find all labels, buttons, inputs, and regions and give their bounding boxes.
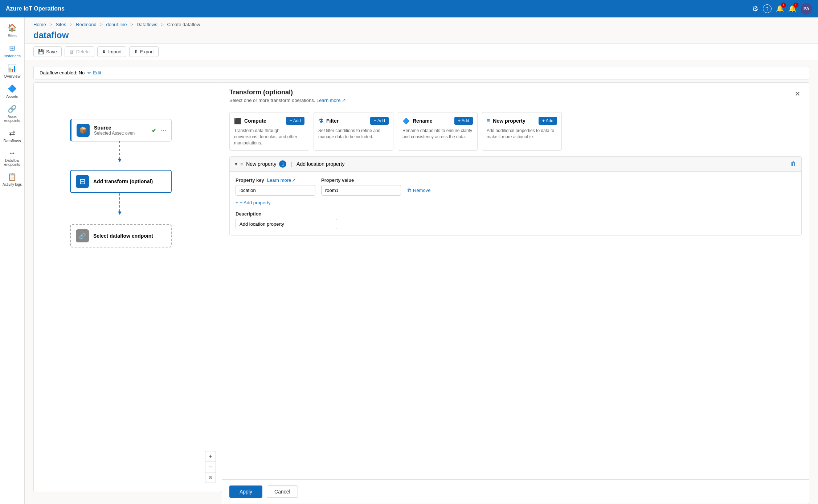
- property-key-label: Property key: [236, 177, 264, 183]
- rename-title: Rename: [413, 118, 432, 124]
- source-node-icon: 📦: [77, 124, 90, 137]
- source-node-sub: Selected Asset: oven: [94, 131, 147, 136]
- compute-title: Compute: [244, 118, 266, 124]
- breadcrumb-dataflows[interactable]: Dataflows: [136, 22, 157, 27]
- sidebar-item-dataflows[interactable]: ⇄ Dataflows: [0, 126, 24, 146]
- zoom-out-button[interactable]: −: [205, 462, 216, 472]
- assets-icon: 🔷: [8, 84, 17, 93]
- property-value-label: Property value: [321, 177, 401, 183]
- edit-label: Edit: [93, 70, 101, 75]
- export-label: Export: [140, 49, 154, 54]
- property-learn-more[interactable]: Learn more ↗: [267, 177, 296, 183]
- breadcrumb-donut-line[interactable]: donut-line: [106, 22, 127, 27]
- breadcrumb-current: Create dataflow: [167, 22, 200, 27]
- sidebar-item-asset-endpoints[interactable]: 🔗 Asset endpoints: [0, 102, 24, 126]
- property-value-input[interactable]: [321, 185, 401, 196]
- breadcrumb-home[interactable]: Home: [33, 22, 46, 27]
- sidebar-item-label: Overview: [4, 74, 21, 78]
- breadcrumb: Home > Sites > Redmond > donut-line > Da…: [25, 17, 818, 29]
- rename-add-button[interactable]: + Add: [454, 117, 473, 125]
- endpoint-node-title: Select dataflow endpoint: [93, 233, 166, 239]
- export-button[interactable]: ⬆ Export: [129, 46, 159, 57]
- endpoint-node-info: Select dataflow endpoint: [93, 233, 166, 239]
- sidebar-item-activity-logs[interactable]: 📋 Activity logs: [0, 169, 24, 189]
- new-property-section-title: New property: [246, 161, 276, 167]
- new-property-body: Property key Learn more ↗: [230, 172, 801, 235]
- sidebar-item-label: Dataflow endpoints: [1, 159, 23, 167]
- sidebar-item-instances[interactable]: ⊞ Instances: [0, 41, 24, 61]
- sidebar-item-assets[interactable]: 🔷 Assets: [0, 81, 24, 102]
- new-property-card-title: New property: [493, 118, 525, 124]
- cancel-button[interactable]: Cancel: [267, 485, 298, 498]
- notifications-icon[interactable]: 🔔 1: [776, 5, 784, 13]
- new-property-section-header: ▾ ≡ New property 1 | Add location proper…: [230, 157, 801, 172]
- property-key-input[interactable]: [236, 185, 315, 196]
- arrow-1: ▼: [117, 157, 123, 164]
- new-property-icon: ≡: [487, 118, 490, 124]
- compute-add-button[interactable]: + Add: [286, 117, 304, 125]
- section-delete-button[interactable]: 🗑: [790, 161, 796, 167]
- delete-button[interactable]: 🗑 Delete: [65, 46, 95, 57]
- learn-more-text: Learn more: [267, 177, 291, 183]
- sidebar-item-overview[interactable]: 📊 Overview: [0, 61, 24, 81]
- settings-icon[interactable]: ⚙: [752, 4, 758, 13]
- alerts-icon[interactable]: 🔔 1: [788, 5, 796, 13]
- endpoint-node[interactable]: 🔗 Select dataflow endpoint: [70, 224, 172, 247]
- source-node-menu[interactable]: ···: [161, 127, 166, 134]
- add-property-plus: +: [236, 200, 238, 205]
- edit-link[interactable]: ✏ Edit: [87, 70, 101, 75]
- dataflow-info-bar: Dataflow enabled: No ✏ Edit: [33, 66, 809, 79]
- panel-title: Transform (optional): [229, 89, 346, 96]
- learn-more-icon: ↗: [292, 177, 296, 183]
- new-property-header-left: ▾ ≡ New property 1 | Add location proper…: [235, 160, 344, 168]
- notification-badge: 1: [781, 3, 786, 8]
- sidebar-item-label: Dataflows: [3, 139, 21, 143]
- rename-icon: 🔷: [402, 118, 410, 124]
- source-node[interactable]: 📦 Source Selected Asset: oven ✔ ···: [70, 119, 172, 142]
- new-property-desc: Add additional properties to data to mak…: [487, 128, 557, 140]
- filter-icon: ⚗: [318, 118, 323, 124]
- export-icon: ⬆: [134, 49, 138, 54]
- transform-node-info: Add transform (optional): [93, 179, 166, 184]
- apply-button[interactable]: Apply: [229, 485, 262, 498]
- dataflows-icon: ⇄: [9, 128, 15, 137]
- breadcrumb-redmond[interactable]: Redmond: [76, 22, 96, 27]
- save-button[interactable]: 💾 Save: [33, 46, 62, 57]
- overview-icon: 📊: [8, 64, 17, 73]
- filter-card: ⚗ Filter + Add Set filter conditions to …: [314, 112, 393, 151]
- property-key-field: Property key Learn more ↗: [236, 177, 315, 196]
- alert-badge: 1: [793, 3, 798, 8]
- sidebar-item-label: Sites: [8, 33, 16, 38]
- compute-card: ⬛ Compute + Add Transform data through c…: [229, 112, 309, 151]
- add-property-link[interactable]: + + Add property: [236, 200, 795, 205]
- user-avatar[interactable]: PA: [801, 3, 812, 15]
- filter-add-button[interactable]: + Add: [370, 117, 389, 125]
- sidebar-item-sites[interactable]: 🏠 Sites: [0, 20, 24, 41]
- panel-learn-more[interactable]: Learn more ↗: [316, 98, 346, 103]
- import-button[interactable]: ⬇ Import: [97, 46, 126, 57]
- description-input[interactable]: [236, 219, 337, 229]
- activity-logs-icon: 📋: [8, 172, 17, 181]
- transform-node[interactable]: ⊟ Add transform (optional): [70, 170, 172, 193]
- sidebar-item-dataflow-endpoints[interactable]: ↔ Dataflow endpoints: [0, 146, 24, 169]
- compute-icon: ⬛: [234, 118, 241, 124]
- new-property-add-button[interactable]: + Add: [539, 117, 557, 125]
- top-nav: Azure IoT Operations ⚙ ? 🔔 1 🔔 1 PA: [0, 0, 818, 17]
- nav-icons: ⚙ ? 🔔 1 🔔 1 PA: [752, 3, 812, 15]
- filter-desc: Set filter conditions to refine and mana…: [318, 128, 389, 140]
- sidebar-item-label: Activity logs: [3, 183, 22, 187]
- arrow-2: ▼: [117, 210, 123, 216]
- breadcrumb-sites[interactable]: Sites: [56, 22, 66, 27]
- remove-button[interactable]: 🗑 Remove: [407, 188, 430, 193]
- zoom-reset-button[interactable]: ⊙: [205, 472, 216, 483]
- endpoint-node-icon: 🔗: [76, 229, 89, 242]
- sidebar: 🏠 Sites ⊞ Instances 📊 Overview 🔷 Assets …: [0, 17, 25, 504]
- filter-title: Filter: [326, 118, 339, 124]
- new-property-section: ▾ ≡ New property 1 | Add location proper…: [229, 156, 802, 235]
- help-icon[interactable]: ?: [763, 4, 772, 13]
- zoom-in-button[interactable]: +: [205, 451, 216, 462]
- collapse-button[interactable]: ▾: [235, 161, 237, 167]
- panel-header: Transform (optional) Select one or more …: [222, 83, 809, 106]
- panel-close-button[interactable]: ✕: [793, 89, 802, 99]
- property-value-field: Property value: [321, 177, 401, 196]
